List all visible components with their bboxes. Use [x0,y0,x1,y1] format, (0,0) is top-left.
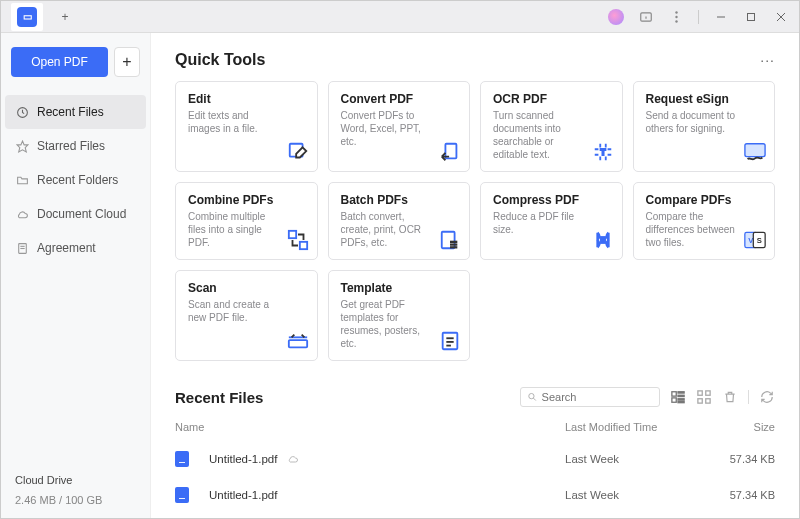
open-pdf-button[interactable]: Open PDF [11,47,108,77]
maximize-button[interactable] [743,9,759,25]
tool-desc: Turn scanned documents into searchable o… [493,109,588,161]
sidebar-item-recent-files[interactable]: Recent Files [5,95,146,129]
sidebar-item-starred-files[interactable]: Starred Files [1,129,150,163]
tool-card-compare-pdfs[interactable]: Compare PDFsCompare the differences betw… [633,182,776,260]
minimize-button[interactable] [713,9,729,25]
tool-desc: Edit texts and images in a file. [188,109,283,135]
recent-table-header: Name Last Modified Time Size [175,417,775,441]
clock-icon [15,105,29,119]
quick-tools-more[interactable]: ··· [760,52,775,68]
tool-card-convert-pdf[interactable]: Convert PDFConvert PDFs to Word, Excel, … [328,81,471,172]
cloud-drive-title: Cloud Drive [15,474,136,486]
app-logo[interactable]: ▭ [11,3,43,31]
title-bar: ▭ + [1,1,799,33]
ocr-icon: T [592,141,614,163]
tool-desc: Reduce a PDF file size. [493,210,588,236]
kebab-menu-icon[interactable] [668,9,684,25]
file-size: 57.34 KB [705,453,775,465]
file-row[interactable]: Invoice-C126A785-0005 (1).pdfEarlier22.3… [175,513,775,519]
svg-rect-17 [288,231,295,238]
list-view-icon[interactable] [670,389,686,405]
svg-point-3 [675,20,677,22]
file-name: Untitled-1.pdf [209,489,277,501]
pdf-file-icon [175,487,189,503]
tool-desc: Convert PDFs to Word, Excel, PPT, etc. [341,109,436,148]
tool-card-compress-pdf[interactable]: Compress PDFReduce a PDF file size. [480,182,623,260]
esign-icon [744,141,766,163]
sidebar-item-label: Starred Files [37,139,105,153]
tool-title: Batch PDFs [341,193,458,207]
svg-rect-40 [678,399,684,400]
sidebar-item-label: Recent Folders [37,173,118,187]
svg-rect-45 [706,399,710,403]
tool-title: Scan [188,281,305,295]
svg-rect-28 [288,340,306,347]
sidebar-item-agreement[interactable]: Agreement [1,231,150,265]
compress-icon [592,229,614,251]
svg-rect-23 [601,237,605,243]
tool-card-scan[interactable]: ScanScan and create a new PDF file. [175,270,318,361]
svg-rect-43 [706,391,710,395]
quick-tools-title: Quick Tools [175,51,265,69]
user-avatar[interactable] [608,9,624,25]
cloud-drive-info: Cloud Drive 2.46 MB / 100 GB [1,464,150,519]
sidebar: Open PDF + Recent Files Starred Files Re… [1,33,151,519]
svg-rect-36 [672,392,676,396]
svg-point-1 [675,11,677,13]
tool-desc: Scan and create a new PDF file. [188,298,283,324]
cloud-icon [15,207,29,221]
message-icon[interactable] [638,9,654,25]
svg-rect-38 [678,395,684,396]
file-size: 57.34 KB [705,489,775,501]
batch-icon [439,229,461,251]
doc-icon [15,241,29,255]
convert-icon [439,141,461,163]
svg-rect-42 [698,391,702,395]
svg-rect-5 [748,13,755,20]
tool-card-batch-pdfs[interactable]: Batch PDFsBatch convert, create, print, … [328,182,471,260]
svg-rect-37 [678,392,684,393]
file-row[interactable]: Untitled-1.pdfLast Week57.34 KB [175,477,775,513]
cloud-drive-usage: 2.46 MB / 100 GB [15,494,136,506]
main-content: Quick Tools ··· EditEdit texts and image… [151,33,799,519]
tool-title: Request eSign [646,92,763,106]
recent-files-title: Recent Files [175,389,263,406]
tool-desc: Combine multiple files into a single PDF… [188,210,283,249]
refresh-icon[interactable] [759,389,775,405]
tool-title: Compare PDFs [646,193,763,207]
grid-view-icon[interactable] [696,389,712,405]
combine-icon [287,229,309,251]
tool-card-ocr-pdf[interactable]: OCR PDFTurn scanned documents into searc… [480,81,623,172]
file-name: Untitled-1.pdf [209,453,277,465]
col-modified: Last Modified Time [565,421,705,433]
delete-icon[interactable] [722,389,738,405]
sidebar-item-recent-folders[interactable]: Recent Folders [1,163,150,197]
svg-rect-18 [299,242,306,249]
tool-card-combine-pdfs[interactable]: Combine PDFsCombine multiple files into … [175,182,318,260]
new-tab-button[interactable]: + [57,9,73,25]
tool-title: Edit [188,92,305,106]
tool-title: OCR PDF [493,92,610,106]
tool-card-edit[interactable]: EditEdit texts and images in a file. [175,81,318,172]
svg-rect-39 [672,398,676,402]
tool-title: Combine PDFs [188,193,305,207]
tool-desc: Batch convert, create, print, OCR PDFs, … [341,210,436,249]
file-row[interactable]: Untitled-1.pdfLast Week57.34 KB [175,441,775,477]
svg-rect-19 [442,232,455,249]
tool-card-template[interactable]: TemplateGet great PDF templates for resu… [328,270,471,361]
tool-card-request-esign[interactable]: Request eSignSend a document to others f… [633,81,776,172]
svg-rect-41 [678,401,684,402]
folder-icon [15,173,29,187]
svg-rect-16 [745,144,765,157]
col-name: Name [175,421,565,433]
search-box[interactable] [520,387,660,407]
sidebar-item-document-cloud[interactable]: Document Cloud [1,197,150,231]
add-button[interactable]: + [114,47,140,77]
tool-desc: Get great PDF templates for resumes, pos… [341,298,436,350]
close-button[interactable] [773,9,789,25]
tool-desc: Compare the differences between two file… [646,210,741,249]
col-size: Size [705,421,775,433]
search-input[interactable] [542,391,653,403]
file-modified: Last Week [565,489,705,501]
compare-icon: VS [744,229,766,251]
